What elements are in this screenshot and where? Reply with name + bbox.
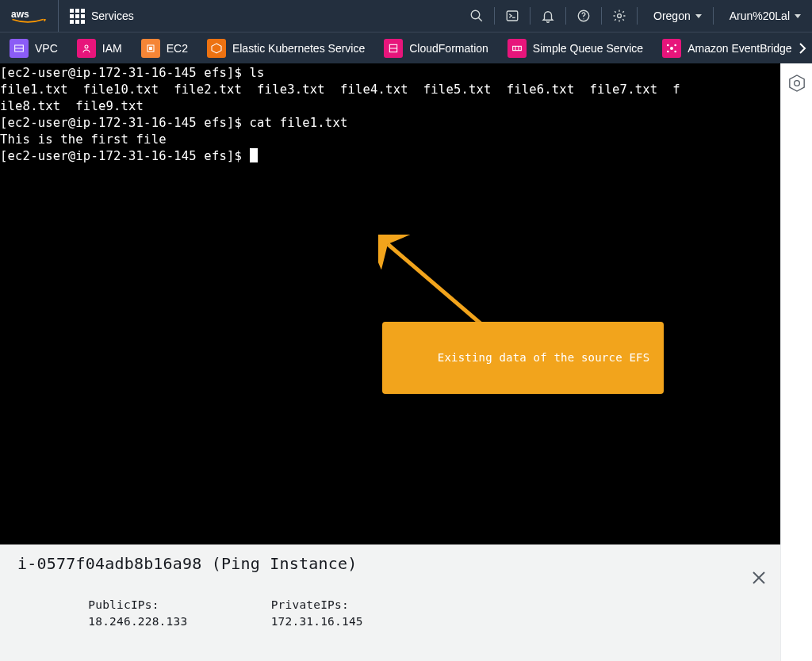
cloudshell-icon[interactable]	[495, 0, 530, 32]
terminal-line: This is the first file	[0, 132, 167, 147]
svc-label: IAM	[102, 42, 122, 55]
terminal-line: file1.txt file10.txt file2.txt file3.txt…	[0, 82, 680, 97]
svc-label: Simple Queue Service	[533, 42, 643, 55]
svg-text:aws: aws	[11, 9, 29, 20]
svg-marker-11	[212, 44, 221, 53]
region-label: Oregon	[653, 10, 691, 22]
settings-gear-icon[interactable]	[602, 0, 637, 32]
notifications-bell-icon[interactable]	[530, 0, 565, 32]
top-nav-icons: Oregon Arun%20Lal	[459, 0, 812, 32]
cloudformation-icon	[384, 39, 403, 58]
right-tool-strip	[780, 63, 812, 661]
svg-point-19	[674, 44, 676, 46]
region-selector[interactable]: Oregon	[638, 0, 713, 32]
iam-icon	[77, 39, 96, 58]
user-menu[interactable]: Arun%20Lal	[714, 0, 812, 32]
svc-scroll-right-button[interactable]	[793, 32, 812, 63]
sqs-icon	[508, 39, 527, 58]
public-ip: PublicIPs: 18.246.228.133	[17, 580, 187, 647]
session-manager-terminal[interactable]: [ec2-user@ip-172-31-16-145 efs]$ ls file…	[0, 63, 780, 661]
terminal-line: [ec2-user@ip-172-31-16-145 efs]$	[0, 149, 250, 163]
svg-marker-25	[789, 75, 803, 91]
services-menu-button[interactable]: Services	[59, 0, 145, 32]
svg-point-21	[674, 50, 676, 52]
close-info-bar-button[interactable]	[691, 554, 766, 606]
eks-icon	[207, 39, 226, 58]
instance-title: i-0577f04adb8b16a98 (Ping Instance)	[17, 556, 763, 572]
annotation-arrow	[333, 218, 460, 329]
svg-point-6	[583, 18, 584, 19]
private-ip-value: 172.31.16.145	[271, 615, 363, 628]
svg-point-26	[794, 81, 799, 86]
private-ip-label: PrivateIPs:	[271, 598, 349, 611]
terminal-line: [ec2-user@ip-172-31-16-145 efs]$ ls	[0, 66, 265, 80]
svg-point-18	[667, 44, 669, 46]
svc-shortcut-ec2[interactable]: EC2	[132, 32, 197, 63]
svg-point-20	[667, 50, 669, 52]
aws-logo[interactable]: aws	[0, 0, 59, 32]
terminal-cursor	[250, 148, 258, 162]
service-shortcut-bar: VPC IAM EC2 Elastic Kubernetes Service C…	[0, 32, 812, 63]
apps-grid-icon	[70, 9, 85, 24]
svg-rect-14	[513, 46, 522, 50]
svc-shortcut-iam[interactable]: IAM	[67, 32, 132, 63]
svc-label: EC2	[167, 42, 188, 55]
search-icon[interactable]	[459, 0, 494, 32]
eventbridge-icon	[662, 39, 681, 58]
annotation-text: Existing data of the source EFS	[438, 351, 650, 364]
caret-down-icon	[695, 14, 702, 18]
svc-label: VPC	[35, 42, 58, 55]
svc-label: Amazon EventBridge	[688, 42, 792, 55]
terminal-line: [ec2-user@ip-172-31-16-145 efs]$ cat fil…	[0, 116, 347, 130]
services-label: Services	[91, 10, 134, 22]
caret-down-icon	[795, 14, 801, 18]
svg-point-1	[471, 10, 480, 19]
private-ip: PrivateIPs: 172.31.16.145	[200, 580, 362, 647]
svg-point-17	[670, 47, 673, 50]
svc-label: CloudFormation	[409, 42, 488, 55]
svc-shortcut-cloudformation[interactable]: CloudFormation	[374, 32, 498, 63]
vpc-icon	[10, 39, 29, 58]
svc-shortcut-sqs[interactable]: Simple Queue Service	[498, 32, 653, 63]
terminal-line: ile8.txt file9.txt	[0, 99, 144, 113]
svc-shortcut-eks[interactable]: Elastic Kubernetes Service	[197, 32, 374, 63]
svg-point-8	[85, 45, 88, 48]
svc-shortcut-eventbridge[interactable]: Amazon EventBridge	[653, 32, 802, 63]
ec2-icon	[141, 39, 160, 58]
user-label: Arun%20Lal	[730, 10, 790, 22]
svc-shortcut-vpc[interactable]: VPC	[0, 32, 67, 63]
svg-line-2	[478, 17, 482, 21]
main-area: [ec2-user@ip-172-31-16-145 efs]$ ls file…	[0, 63, 812, 661]
help-icon[interactable]	[566, 0, 601, 32]
svg-point-7	[618, 14, 622, 18]
public-ip-value: 18.246.228.133	[88, 615, 187, 628]
public-ip-label: PublicIPs:	[88, 598, 159, 611]
aws-top-nav: aws Services Oregon	[0, 0, 812, 32]
svc-label: Elastic Kubernetes Service	[232, 42, 365, 55]
amazon-q-icon[interactable]	[789, 75, 805, 92]
svg-rect-10	[149, 47, 152, 50]
instance-info-bar: i-0577f04adb8b16a98 (Ping Instance) Publ…	[0, 544, 780, 661]
annotation-callout: Existing data of the source EFS	[382, 322, 664, 394]
